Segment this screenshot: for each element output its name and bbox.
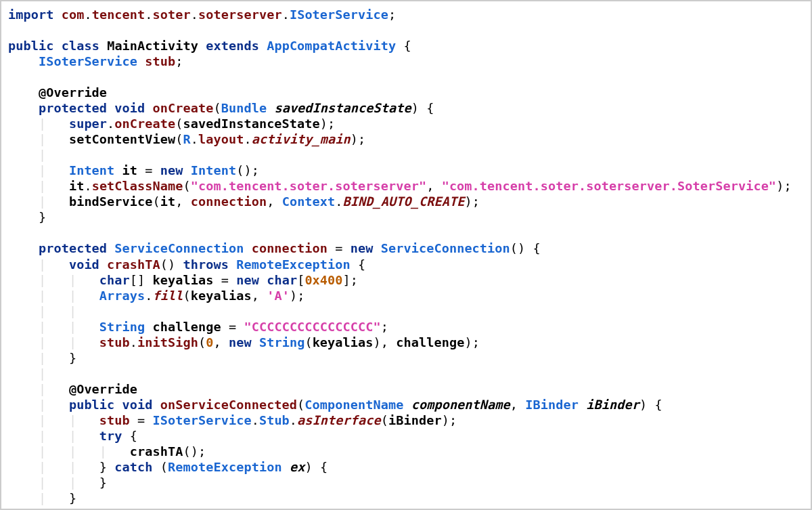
num-zero: 0: [206, 335, 213, 349]
kw-public: public: [8, 39, 53, 53]
param-ibinder: iBinder: [586, 398, 639, 412]
code-block: import com.tencent.soter.soterserver.ISo…: [8, 7, 804, 510]
pkg-tencent: tencent: [92, 7, 145, 22]
method-setclassname: setClassName: [92, 179, 183, 193]
brace-open: {: [426, 101, 434, 115]
dot: .: [191, 132, 198, 146]
arg-it: it: [160, 194, 175, 209]
kw-void: void: [114, 101, 145, 115]
rbracket: ]: [343, 273, 351, 287]
ctor-serviceconnection: ServiceConnection: [381, 241, 510, 255]
parens: (): [510, 241, 525, 255]
comma: ,: [267, 194, 274, 209]
rparen: ): [320, 116, 328, 131]
superclass: AppCompatActivity: [267, 39, 396, 53]
kw-throws: throws: [183, 257, 229, 272]
dot: .: [252, 413, 259, 427]
lparen: (: [198, 335, 206, 349]
semicolon: ;: [328, 116, 335, 131]
rparen: ): [776, 179, 784, 193]
field-connection: connection: [252, 241, 328, 255]
super-oncreate: onCreate: [114, 116, 175, 131]
comma: ,: [426, 179, 434, 193]
param-componentname: componentName: [411, 398, 510, 412]
brace-open: {: [130, 429, 137, 443]
lparen: (: [153, 194, 160, 209]
semicolon: ;: [175, 54, 183, 68]
kw-catch: catch: [114, 460, 152, 474]
semicolon: ;: [472, 194, 480, 209]
comma: ,: [175, 194, 183, 209]
intent-var: it: [122, 163, 137, 177]
semicolon: ;: [472, 335, 480, 349]
param-type-bundle: Bundle: [221, 101, 267, 115]
eq: =: [137, 413, 145, 427]
method-initsigh: initSigh: [137, 335, 198, 349]
comma: ,: [252, 289, 259, 303]
semicolon: ;: [297, 289, 304, 303]
intent-type: Intent: [69, 163, 114, 177]
semicolon: ;: [388, 7, 396, 22]
semicolon: ;: [381, 320, 388, 334]
lparen: (: [160, 460, 168, 474]
dot: .: [244, 132, 251, 146]
R-layout: layout: [198, 132, 244, 146]
pkg-soterserver: soterserver: [198, 7, 282, 22]
var-challenge: challenge: [153, 320, 221, 334]
type-remoteexception2: RemoteException: [168, 460, 282, 474]
dot: .: [290, 413, 297, 427]
type-ibinder: IBinder: [525, 398, 579, 412]
var-it: it: [69, 179, 84, 193]
num-0x400: 0x400: [304, 273, 342, 287]
lparen: (: [183, 289, 191, 303]
var-keyalias: keyalias: [153, 273, 214, 287]
call-setcontentview: setContentView: [69, 132, 175, 146]
kw-void: void: [122, 398, 153, 412]
str-pkg: "com.tencent.soter.soterserver": [191, 179, 426, 193]
brace-open: {: [358, 257, 365, 272]
kw-char2: char: [267, 273, 297, 287]
lparen: (: [381, 413, 388, 427]
eq: =: [229, 320, 236, 334]
brackets: []: [130, 273, 145, 287]
string-ctor: String: [259, 335, 304, 349]
eq: =: [145, 163, 152, 177]
parens: (): [183, 444, 198, 459]
lparen: (: [183, 179, 191, 193]
lparen2: (: [304, 335, 312, 349]
brace-open: {: [403, 39, 411, 53]
semicolon: ;: [358, 132, 365, 146]
comma: ,: [213, 335, 221, 349]
dot: .: [145, 289, 152, 303]
type-remoteexception: RemoteException: [236, 257, 351, 272]
rparen: ): [464, 194, 472, 209]
lparen: (: [175, 116, 183, 131]
brace-close: }: [39, 507, 46, 510]
bind-flag: BIND_AUTO_CREATE: [343, 194, 465, 209]
parens: (): [160, 257, 175, 272]
brace-close: }: [99, 475, 107, 490]
semicolon: ;: [449, 413, 457, 427]
lparen: (: [213, 101, 221, 115]
rparen: ): [411, 101, 419, 115]
kw-new: new: [229, 335, 252, 349]
brace-close: }: [99, 460, 107, 474]
method-oncreate: onCreate: [153, 101, 214, 115]
rparen: ): [351, 132, 358, 146]
semicolon: ;: [252, 163, 259, 177]
layout-res: activity_main: [252, 132, 351, 146]
dot: .: [335, 194, 342, 209]
kw-import: import: [8, 7, 53, 22]
brace-open: {: [533, 241, 541, 255]
kw-protected: protected: [39, 101, 107, 115]
lhs-stub: stub: [99, 413, 130, 427]
class-name: MainActivity: [107, 39, 198, 53]
kw-super: super: [69, 116, 107, 131]
kw-new: new: [160, 163, 183, 177]
brace-close: }: [69, 491, 76, 505]
type-serviceconnection: ServiceConnection: [114, 241, 244, 255]
call-crashta: crashTA: [130, 444, 183, 459]
parens: (): [236, 163, 251, 177]
char-literal: 'A': [267, 289, 290, 303]
method-crashta: crashTA: [107, 257, 160, 272]
